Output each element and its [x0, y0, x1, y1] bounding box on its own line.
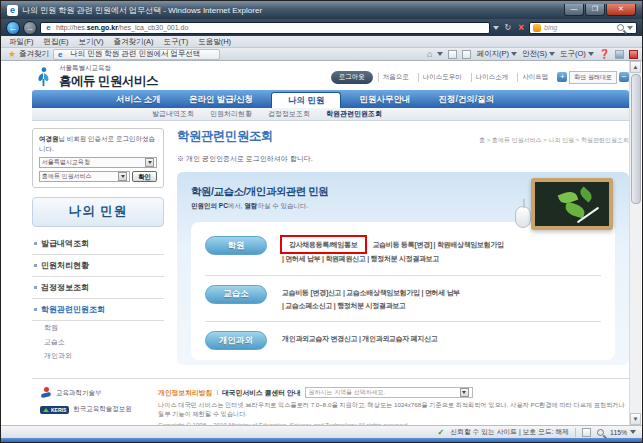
zoom-magnifier-icon — [597, 429, 604, 436]
link-neis-helper[interactable]: 나이스도우미 — [418, 73, 466, 82]
screen-zoom-out-button[interactable]: − — [619, 72, 629, 82]
search-icon[interactable] — [617, 24, 624, 31]
sidebar-sub-gyoseupso[interactable]: 교습소 — [32, 335, 164, 349]
nav-minwon-guide[interactable]: 민원사무안내 — [345, 90, 424, 108]
address-input[interactable]: e http://hes.sen.go.kr/hes_ica_cb30_001.… — [40, 22, 490, 34]
tab-title: 나의 민원 학원 관련 민원에서 업무선택 — [70, 49, 200, 59]
nav-online-issue[interactable]: 온라인 발급/신청 — [175, 90, 267, 108]
zoom-dropdown-icon[interactable] — [630, 430, 636, 434]
blackboard-illustration — [531, 178, 613, 230]
browser-zoom-control[interactable]: 115% — [597, 429, 636, 436]
gaeingwaoe-button[interactable]: 개인과외 — [205, 331, 267, 350]
site-logo[interactable]: 서울특별시교육청 홈에듀 민원서비스 — [32, 64, 158, 90]
refresh-icon[interactable]: ↻ — [502, 22, 513, 34]
subnav-issue-history[interactable]: 발급내역조회 — [152, 109, 194, 119]
scroll-up-icon[interactable]: ▲ — [630, 61, 641, 73]
compatibility-view-icon[interactable] — [582, 428, 591, 437]
print-icon[interactable] — [462, 50, 471, 59]
region-select[interactable]: 원하시는 지역을 선택하세요. — [305, 387, 473, 398]
sidebar-item-hakwon-minwon[interactable]: 학원관련민원조회 — [32, 299, 164, 321]
home-dropdown-icon[interactable] — [437, 52, 443, 56]
gyoseupso-links-line2[interactable]: | 교습소폐소신고 | 행정처분 시정결과보고 — [282, 302, 406, 309]
browser-tab[interactable]: e 나의 민원 학원 관련 민원에서 업무선택 — [53, 49, 219, 60]
subnav-minwon-status[interactable]: 민원처리현황 — [210, 109, 252, 119]
sidebar-item-exam-info[interactable]: 검정정보조회 — [32, 277, 164, 299]
address-dropdown-icon[interactable] — [493, 26, 499, 30]
sidebar-item-issue-history[interactable]: 발급내역조회 — [32, 233, 164, 255]
profile-icon[interactable] — [615, 50, 624, 59]
hakwon-link-instructor-highlighted[interactable]: 강사채용등록/해임통보 — [280, 235, 367, 254]
logout-button[interactable]: 로그아웃 — [331, 71, 373, 84]
subnav-hakwon-minwon[interactable]: 학원관련민원조회 — [326, 109, 382, 119]
maximize-button[interactable]: ❐ — [585, 4, 605, 16]
bullet-icon — [34, 264, 37, 267]
seoul-edu-logo-icon — [32, 66, 54, 88]
scroll-down-icon[interactable]: ▼ — [630, 413, 641, 425]
scrollbar-thumb[interactable] — [631, 74, 641, 204]
user-name: 여경원 — [39, 135, 59, 142]
menu-edit[interactable]: 편집(E) — [44, 37, 69, 47]
site-header: 서울특별시교육청 홈에듀 민원서비스 로그아웃 처음으로 나이스도우미 나이스소… — [32, 61, 629, 90]
address-bar: ← → e http://hes.sen.go.kr/hes_ica_cb30_… — [1, 19, 642, 36]
org-select[interactable]: 서울특별시교육청 — [39, 157, 157, 168]
sidebar-item-minwon-status[interactable]: 민원처리현황 — [32, 255, 164, 277]
trusted-site-text: 신뢰할 수 있는 사이트 | 보호 모드: 해제 — [450, 427, 569, 437]
menu-tools[interactable]: 도구(T) — [164, 37, 189, 47]
gaeingwaoe-links-line1[interactable]: 개인과외교습자 변경신고 | 개인과외교습자 폐지신고 — [282, 335, 438, 342]
link-home[interactable]: 처음으로 — [378, 73, 413, 82]
minimize-button[interactable]: — — [564, 4, 584, 16]
page-menu[interactable]: 페이지(P) — [476, 49, 517, 59]
stop-icon[interactable]: × — [516, 22, 526, 34]
search-dropdown-icon[interactable] — [627, 26, 633, 30]
gyoseupso-button[interactable]: 교습소 — [205, 285, 267, 304]
link-sitemap[interactable]: 사이트맵 — [517, 73, 552, 82]
main-nav: 서비스 소개 온라인 발급/신청 나의 민원 민원사무안내 진정/건의/질의 — [32, 90, 629, 108]
privacy-policy-link[interactable]: 개인정보처리방침 — [158, 388, 212, 398]
forward-button[interactable]: → — [23, 21, 37, 35]
screen-zoom-in-button[interactable]: + — [557, 72, 567, 82]
page-favicon-icon: e — [44, 23, 53, 32]
favorites-button[interactable]: 즐겨찾기 — [19, 49, 49, 59]
menu-view[interactable]: 보기(V) — [79, 37, 104, 47]
confirm-button[interactable]: 확인 — [132, 171, 157, 182]
service-select[interactable]: 홈에듀 민원서비스 — [39, 171, 130, 182]
link-neis-intro[interactable]: 나이스소개 — [471, 73, 513, 82]
back-button[interactable]: ← — [6, 21, 20, 35]
menu-help[interactable]: 도움말(H) — [198, 37, 231, 47]
ministry-logo-icon — [40, 387, 52, 399]
home-icon[interactable]: ⌂ — [427, 49, 432, 59]
vertical-scrollbar[interactable]: ▲ ▼ — [629, 61, 641, 425]
favorites-star-icon[interactable]: ★ — [8, 49, 16, 59]
footer-disclaimer: 나이스 대국민 서비스는 인터넷 브라우저로 익스플로러 7.0~8.0을 지원… — [158, 401, 625, 419]
page-title: 학원관련민원조회 — [177, 128, 273, 145]
service-select-dropdown-icon[interactable] — [118, 172, 127, 181]
nav-my-minwon[interactable]: 나의 민원 — [271, 92, 341, 108]
sidebar-sub-hakwon[interactable]: 학원 — [32, 321, 164, 335]
bing-icon — [533, 24, 541, 32]
tools-menu[interactable]: 도구(O) — [560, 49, 594, 59]
keris-logo: KERIS 한국교육학술정보원 — [40, 405, 158, 414]
page-viewport: 서울특별시교육청 홈에듀 민원서비스 로그아웃 처음으로 나이스도우미 나이스소… — [1, 61, 642, 425]
addon-icon[interactable] — [629, 50, 638, 59]
logo-service-text: 홈에듀 민원서비스 — [59, 73, 158, 90]
feed-icon[interactable] — [448, 50, 457, 59]
menu-file[interactable]: 파일(F) — [9, 37, 34, 47]
help-icon[interactable]: ❓ — [599, 49, 610, 59]
subnav-exam-info[interactable]: 검정정보조회 — [268, 109, 310, 119]
close-button[interactable]: ✕ — [606, 4, 636, 16]
sidebar-sub-gaeingwaoe[interactable]: 개인과외 — [32, 349, 164, 363]
screen-reset-button[interactable]: 화면 원래대로 — [569, 71, 617, 84]
safety-menu[interactable]: 안전(S) — [522, 49, 555, 59]
url-prefix: http://hes. — [56, 24, 87, 31]
hakwon-button[interactable]: 학원 — [205, 236, 267, 255]
hakwon-links-line2[interactable]: | 면허세 납부 | 학원폐원신고 | 행정처분 시정결과보고 — [282, 255, 439, 262]
nav-petition[interactable]: 진정/건의/질의 — [424, 90, 508, 108]
gyoseupso-links-line1[interactable]: 교습비등 [변경]신고 | 교습소배상책임보험가입 | 면허세 납부 — [282, 289, 460, 296]
nav-service-intro[interactable]: 서비스 소개 — [102, 90, 175, 108]
search-input[interactable]: bing — [529, 22, 637, 34]
org-select-dropdown-icon[interactable] — [145, 158, 154, 167]
menu-favorites[interactable]: 즐겨찾기(A) — [114, 37, 154, 47]
service-box: 학원 강사채용등록/해임통보교습비등 등록[변경] | 학원배상책임보험가입 |… — [191, 222, 615, 360]
region-select-dropdown-icon[interactable] — [460, 388, 469, 397]
hakwon-links-line1[interactable]: 교습비등 등록[변경] | 학원배상책임보험가입 — [373, 241, 504, 248]
